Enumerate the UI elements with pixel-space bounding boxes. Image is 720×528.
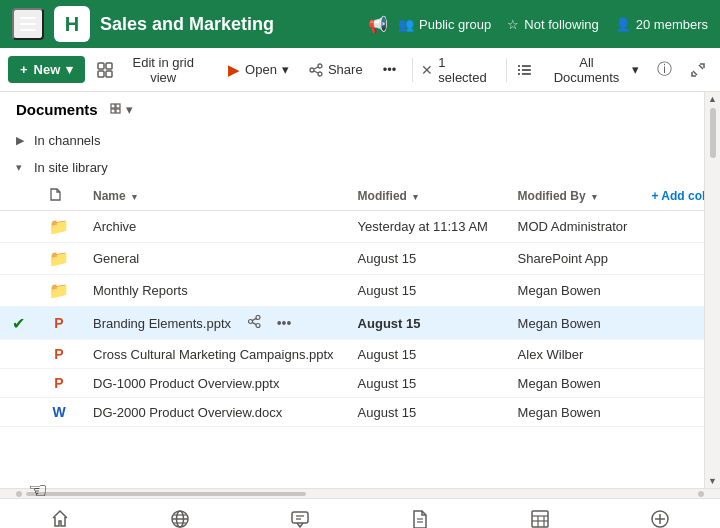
row-modified-cell: August 15 bbox=[346, 369, 506, 398]
file-name-link[interactable]: Branding Elements.pptx bbox=[93, 316, 231, 331]
svg-rect-3 bbox=[98, 63, 104, 69]
table-row[interactable]: PCross Cultural Marketing Campaigns.pptx… bbox=[0, 340, 704, 369]
svg-line-18 bbox=[699, 65, 703, 69]
row-modified-cell: August 15 bbox=[346, 307, 506, 340]
in-channels-label: In channels bbox=[34, 133, 101, 148]
row-name-cell[interactable]: Monthly Reports bbox=[81, 275, 346, 307]
row-add-col-cell bbox=[639, 275, 704, 307]
all-docs-label: All Documents bbox=[545, 55, 628, 85]
row-check-cell[interactable] bbox=[0, 243, 37, 275]
row-name-cell[interactable]: Archive bbox=[81, 211, 346, 243]
scroll-thumb[interactable] bbox=[710, 108, 716, 158]
all-documents-button[interactable]: All Documents ▾ bbox=[539, 50, 645, 90]
row-check-cell[interactable] bbox=[0, 369, 37, 398]
table-row[interactable]: 📁GeneralAugust 15SharePoint App bbox=[0, 243, 704, 275]
file-name-link[interactable]: DG-1000 Product Overview.pptx bbox=[93, 376, 279, 391]
info-button[interactable]: ⓘ bbox=[651, 56, 679, 84]
table-row[interactable]: ✔PBranding Elements.pptx ••• August 15Me… bbox=[0, 307, 704, 340]
table-row[interactable]: 📁Monthly ReportsAugust 15Megan Bowen bbox=[0, 275, 704, 307]
row-more-button[interactable]: ••• bbox=[272, 313, 297, 333]
modified-by-header[interactable]: Modified By ▾ bbox=[506, 181, 640, 211]
in-channels-item[interactable]: ▶ In channels bbox=[8, 127, 696, 154]
table-row[interactable]: 📁ArchiveYesterday at 11:13 AMMOD Adminis… bbox=[0, 211, 704, 243]
documents-header: Documents ▾ bbox=[0, 92, 704, 127]
nav-chat-button[interactable] bbox=[278, 501, 322, 529]
scroll-up-button[interactable]: ▲ bbox=[706, 92, 719, 106]
modified-header[interactable]: Modified ▾ bbox=[346, 181, 506, 211]
h-scroll-right-btn[interactable] bbox=[698, 491, 704, 497]
following-button[interactable]: ☆ Not following bbox=[507, 17, 598, 32]
svg-point-8 bbox=[310, 68, 314, 72]
row-modified-by-cell: Alex Wilber bbox=[506, 340, 640, 369]
row-icon-cell: W bbox=[37, 398, 81, 427]
svg-rect-14 bbox=[518, 69, 520, 71]
row-check-cell[interactable]: ✔ bbox=[0, 307, 37, 340]
horizontal-scrollbar[interactable] bbox=[0, 488, 720, 498]
documents-view-button[interactable]: ▾ bbox=[106, 100, 137, 119]
nav-add-button[interactable] bbox=[638, 501, 682, 529]
file-name-link[interactable]: DG-2000 Product Overview.docx bbox=[93, 405, 282, 420]
scroll-down-button[interactable]: ▼ bbox=[706, 474, 719, 488]
folder-icon: 📁 bbox=[49, 218, 69, 235]
megaphone-icon[interactable]: 📢 bbox=[368, 15, 388, 34]
nav-web-button[interactable] bbox=[158, 501, 202, 529]
expand-button[interactable] bbox=[684, 56, 712, 84]
row-check-cell[interactable] bbox=[0, 275, 37, 307]
more-dots-icon: ••• bbox=[383, 62, 397, 77]
row-add-col-cell bbox=[639, 398, 704, 427]
nav-table-button[interactable] bbox=[518, 501, 562, 529]
row-modified-cell: August 15 bbox=[346, 243, 506, 275]
in-site-library-item[interactable]: ▾ In site library bbox=[8, 154, 696, 181]
open-button[interactable]: ▶ Open ▾ bbox=[220, 56, 297, 84]
share-button[interactable]: Share bbox=[301, 57, 371, 82]
add-column-text: + Add column bbox=[651, 189, 704, 203]
modified-by-header-text: Modified By bbox=[518, 189, 586, 203]
open-icon: ▶ bbox=[228, 61, 240, 79]
row-check-cell[interactable] bbox=[0, 340, 37, 369]
row-check-cell[interactable] bbox=[0, 211, 37, 243]
row-share-button[interactable] bbox=[243, 313, 266, 333]
check-header[interactable] bbox=[0, 181, 37, 211]
h-scroll-thumb[interactable] bbox=[26, 492, 306, 496]
row-modified-by-cell: MOD Administrator bbox=[506, 211, 640, 243]
public-group-text: Public group bbox=[419, 17, 491, 32]
open-chevron: ▾ bbox=[282, 62, 289, 77]
modified-sort-icon: ▾ bbox=[413, 192, 418, 202]
row-name-cell[interactable]: Cross Cultural Marketing Campaigns.pptx bbox=[81, 340, 346, 369]
vertical-scrollbar[interactable]: ▲ ▼ bbox=[704, 92, 720, 488]
table-row[interactable]: PDG-1000 Product Overview.pptxAugust 15M… bbox=[0, 369, 704, 398]
members-button[interactable]: 👤 20 members bbox=[615, 17, 708, 32]
row-name-cell[interactable]: DG-1000 Product Overview.pptx bbox=[81, 369, 346, 398]
file-name-link[interactable]: General bbox=[93, 251, 139, 266]
new-label: New bbox=[34, 62, 61, 77]
row-name-cell[interactable]: Branding Elements.pptx ••• bbox=[81, 307, 346, 340]
hamburger-button[interactable] bbox=[12, 8, 44, 40]
file-name-link[interactable]: Monthly Reports bbox=[93, 283, 188, 298]
svg-line-11 bbox=[314, 71, 318, 73]
file-table: Name ▾ Modified ▾ Modified By ▾ + Add co… bbox=[0, 181, 704, 427]
nav-home-button[interactable] bbox=[38, 501, 82, 529]
row-icon-cell: 📁 bbox=[37, 275, 81, 307]
edit-grid-button[interactable]: Edit in grid view bbox=[89, 50, 216, 90]
row-name-cell[interactable]: DG-2000 Product Overview.docx bbox=[81, 398, 346, 427]
row-check-cell[interactable] bbox=[0, 398, 37, 427]
svg-point-7 bbox=[318, 64, 322, 68]
file-name-link[interactable]: Cross Cultural Marketing Campaigns.pptx bbox=[93, 347, 334, 362]
clear-selection-icon[interactable]: ✕ bbox=[421, 62, 433, 78]
add-column-header[interactable]: + Add column bbox=[639, 181, 704, 211]
more-button[interactable]: ••• bbox=[375, 57, 405, 82]
svg-point-26 bbox=[256, 324, 260, 328]
public-group-label[interactable]: 👥 Public group bbox=[398, 17, 491, 32]
top-header: H Sales and Marketing 📢 👥 Public group ☆… bbox=[0, 0, 720, 48]
name-header[interactable]: Name ▾ bbox=[81, 181, 346, 211]
table-row[interactable]: WDG-2000 Product Overview.docxAugust 15M… bbox=[0, 398, 704, 427]
svg-line-10 bbox=[314, 67, 318, 69]
svg-rect-21 bbox=[116, 104, 120, 108]
file-name-link[interactable]: Archive bbox=[93, 219, 136, 234]
svg-rect-17 bbox=[522, 72, 531, 74]
new-button[interactable]: + New ▾ bbox=[8, 56, 85, 83]
nav-document-button[interactable] bbox=[398, 501, 442, 529]
h-scroll-left-btn[interactable] bbox=[16, 491, 22, 497]
row-modified-by-cell: Megan Bowen bbox=[506, 275, 640, 307]
row-name-cell[interactable]: General bbox=[81, 243, 346, 275]
